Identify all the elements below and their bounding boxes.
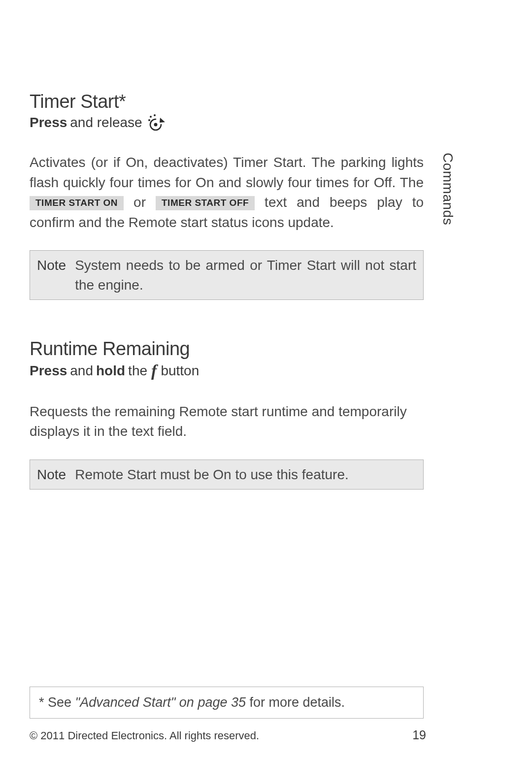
instr-and: and [70,363,93,379]
side-tab-commands: Commands [440,153,456,225]
instr-the: the [128,363,147,379]
note-box-timer-start: Note System needs to be armed or Timer S… [30,250,424,299]
svg-point-2 [150,116,152,118]
instruction-and-release: and release [70,115,142,131]
note-label: Note [30,251,74,280]
instruction-runtime: Press and hold the f button [30,362,424,380]
heading-timer-start: Timer Start* [30,91,424,112]
svg-point-4 [154,123,157,127]
note-box-runtime: Note Remote Start must be On to use this… [30,460,424,490]
badge-timer-start-on: TIMER START ON [30,196,124,210]
svg-point-1 [148,119,150,121]
para-text-1: Activates (or if On, deactivates) Timer … [30,155,424,190]
page-number: 19 [412,728,426,742]
remote-start-icon [145,114,166,131]
instr-press: Press [30,363,67,379]
instruction-press: Press [30,115,67,131]
heading-runtime-remaining: Runtime Remaining [30,338,424,360]
note-text-2: Remote Start must be On to use this feat… [74,460,423,489]
badge-timer-start-off: TIMER START OFF [156,196,255,210]
paragraph-runtime: Requests the remaining Remote start runt… [30,402,424,442]
note-label-2: Note [30,460,74,489]
svg-point-3 [154,114,156,116]
instr-hold: hold [96,363,125,379]
f-button-icon: f [150,362,158,380]
paragraph-timer-start: Activates (or if On, deactivates) Timer … [30,153,424,232]
footnote-ref: "Advanced Start" on page 35 [75,695,246,710]
instruction-timer-start: Press and release [30,114,424,131]
instr-button: button [161,363,199,379]
note-text: System needs to be armed or Timer Start … [74,251,423,299]
page-content: Timer Start* Press and release Activates [30,91,424,490]
footnote-post: for more details. [250,695,345,710]
para-or: or [133,195,156,210]
footnote-pre: * See [39,695,75,710]
svg-marker-0 [160,118,165,123]
copyright-text: © 2011 Directed Electronics. All rights … [30,729,259,742]
footnote-box: * See "Advanced Start" on page 35 for mo… [30,687,424,719]
